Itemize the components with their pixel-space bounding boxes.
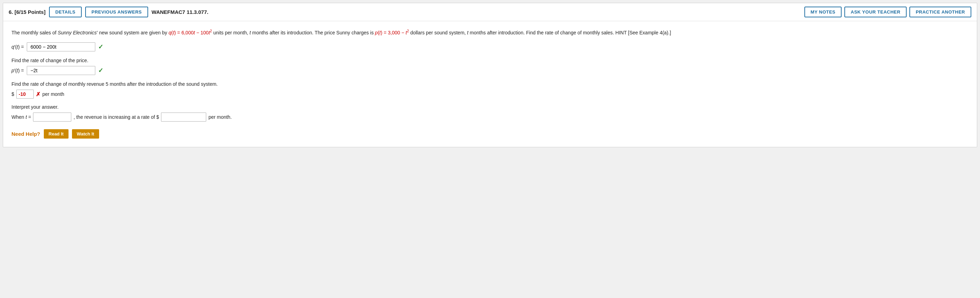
answer2-label: p′(t) =: [11, 68, 24, 73]
section2-label: Find the rate of change of the price.: [11, 58, 969, 63]
my-notes-button[interactable]: MY NOTES: [804, 6, 842, 17]
interpret-text1: When t =: [11, 114, 31, 120]
answer2-checkmark: ✓: [98, 67, 103, 74]
answer2-input[interactable]: [27, 66, 95, 75]
q-formula: q(t) = 6,000t − 100t2: [169, 30, 212, 35]
details-button[interactable]: DETAILS: [49, 6, 82, 17]
need-help-section: Need Help? Read It Watch It: [11, 129, 969, 139]
need-help-label: Need Help?: [11, 131, 40, 137]
interpret-rate-input[interactable]: [161, 113, 206, 122]
revenue-answer-row: $ -10 ✗ per month: [11, 90, 969, 99]
header-right: MY NOTES ASK YOUR TEACHER PRACTICE ANOTH…: [804, 6, 971, 17]
wrong-answer-value: -10: [16, 90, 34, 99]
interpret-section: Interpret your answer. When t = , the re…: [11, 104, 969, 122]
interpret-t-input[interactable]: [33, 113, 71, 122]
answer1-checkmark: ✓: [98, 43, 103, 51]
answer1-label: q′(t) =: [11, 44, 24, 50]
p-formula: p(t) = 3,000 − t2: [375, 30, 409, 35]
problem-id: WANEFMAC7 11.3.077.: [152, 9, 208, 15]
company-name: Sunny Electronics: [58, 30, 97, 35]
question-content: The monthly sales of Sunny Electronics' …: [3, 21, 977, 147]
interpret-row: When t = , the revenue is increasing at …: [11, 113, 969, 122]
answer1-input[interactable]: [27, 42, 95, 51]
question-number: 6. [6/15 Points]: [9, 9, 46, 15]
question-header: 6. [6/15 Points] DETAILS PREVIOUS ANSWER…: [3, 3, 977, 21]
interpret-text3: per month.: [208, 114, 232, 120]
header-left: 6. [6/15 Points] DETAILS PREVIOUS ANSWER…: [9, 6, 801, 17]
answer2-row: p′(t) = ✓: [11, 66, 969, 75]
section3-label: Find the rate of change of monthly reven…: [11, 81, 969, 87]
interpret-label: Interpret your answer.: [11, 104, 969, 110]
wrong-answer-cross: ✗: [36, 91, 40, 98]
ask-teacher-button[interactable]: ASK YOUR TEACHER: [844, 6, 907, 17]
read-it-button[interactable]: Read It: [44, 129, 68, 139]
dollar-sign: $: [11, 91, 14, 97]
per-month-text: per month: [43, 91, 64, 97]
answer1-row: q′(t) = ✓: [11, 42, 969, 51]
practice-another-button[interactable]: PRACTICE ANOTHER: [909, 6, 971, 17]
previous-answers-button[interactable]: PREVIOUS ANSWERS: [85, 6, 148, 17]
watch-it-button[interactable]: Watch It: [72, 129, 99, 139]
interpret-text2: , the revenue is increasing at a rate of…: [73, 114, 159, 120]
problem-text: The monthly sales of Sunny Electronics' …: [11, 28, 969, 37]
question-container: 6. [6/15 Points] DETAILS PREVIOUS ANSWER…: [3, 3, 977, 147]
